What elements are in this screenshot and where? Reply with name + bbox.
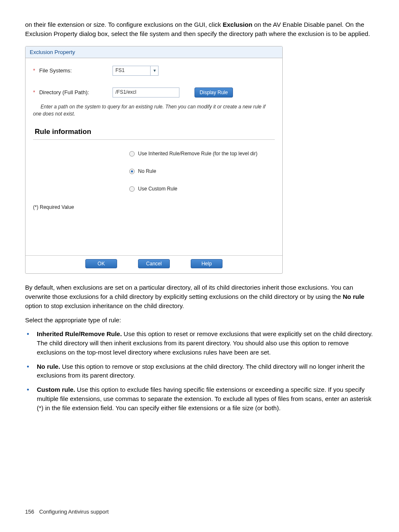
radio-custom-label: Use Custom Rule: [138, 186, 177, 192]
intro-text-before: on their file extension or size. To conf…: [25, 21, 223, 28]
radio-inherited-label: Use Inherited Rule/Remove Rule (for the …: [138, 151, 257, 157]
dialog-footer: OK Cancel Help: [26, 255, 282, 273]
intro-bold: Exclusion: [223, 21, 252, 28]
directory-label: Directory (Full Path):: [39, 89, 89, 95]
inheritance-paragraph: By default, when exclusions are set on a…: [25, 283, 374, 310]
exclusion-property-dialog: Exclusion Property * File Systems: FS1 ▾…: [25, 46, 283, 274]
help-text: Enter a path on the system to query for …: [41, 103, 267, 118]
list-item: • No rule. Use this option to remove or …: [25, 362, 374, 380]
directory-row: * Directory (Full Path): /FS1/excl Displ…: [33, 87, 275, 98]
required-value-note: (*) Required Value: [33, 204, 275, 210]
radio-custom-row[interactable]: Use Custom Rule: [129, 186, 275, 192]
bullet-icon: •: [25, 362, 37, 371]
radio-inherited[interactable]: [129, 151, 135, 157]
select-prompt: Select the appropriate type of rule:: [25, 316, 374, 325]
radio-norule[interactable]: [129, 169, 135, 174]
intro-paragraph: on their file extension or size. To conf…: [25, 20, 374, 39]
rules-list: • Inherited Rule/Remove Rule. Use this o…: [25, 329, 374, 412]
help-button[interactable]: Help: [191, 259, 223, 268]
rule-information-header: Rule information: [35, 128, 275, 136]
bullet-icon: •: [25, 329, 37, 339]
directory-input[interactable]: /FS1/excl: [113, 87, 179, 98]
bullet-icon: •: [25, 385, 37, 394]
display-rule-button[interactable]: Display Rule: [194, 87, 233, 98]
list-item: • Custom rule. Use this option to exclud…: [25, 385, 374, 412]
divider: [33, 139, 275, 140]
radio-inherited-row[interactable]: Use Inherited Rule/Remove Rule (for the …: [129, 151, 275, 157]
required-asterisk: *: [33, 67, 35, 74]
page-number: 156: [25, 509, 34, 515]
file-systems-row: * File Systems: FS1 ▾: [33, 66, 275, 76]
required-asterisk: *: [33, 89, 35, 95]
radio-norule-row[interactable]: No Rule: [129, 168, 275, 174]
radio-custom[interactable]: [129, 186, 135, 192]
page-footer: 156 Configuring Antivirus support: [25, 509, 374, 515]
radio-norule-label: No Rule: [138, 168, 156, 174]
dialog-title: Exclusion Property: [26, 46, 282, 58]
chapter-title: Configuring Antivirus support: [39, 509, 109, 515]
ok-button[interactable]: OK: [85, 259, 117, 268]
chevron-down-icon[interactable]: ▾: [150, 66, 159, 76]
cancel-button[interactable]: Cancel: [138, 259, 170, 268]
list-item: • Inherited Rule/Remove Rule. Use this o…: [25, 329, 374, 357]
file-systems-label: File Systems:: [39, 67, 72, 74]
